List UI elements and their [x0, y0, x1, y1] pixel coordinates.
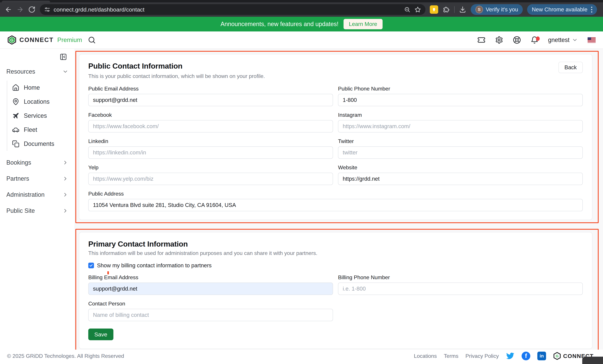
sidebar-item-documents[interactable]: Documents: [7, 137, 75, 151]
sidebar-item-label: Fleet: [24, 126, 37, 133]
back-icon[interactable]: [5, 6, 12, 13]
field-label: Contact Person: [88, 301, 333, 307]
url-bar[interactable]: connect.grdd.net/dashboard/contact: [40, 4, 425, 15]
save-button[interactable]: Save: [88, 329, 113, 340]
sidebar-group-label: Resources: [6, 68, 35, 75]
public-phone-input[interactable]: [338, 94, 583, 106]
contact-person-input[interactable]: [88, 309, 333, 321]
twitter-input[interactable]: [338, 146, 583, 159]
sidebar-item-home[interactable]: Home: [7, 81, 75, 95]
search-icon[interactable]: [88, 36, 96, 44]
svg-text:G: G: [10, 38, 13, 42]
field-instagram: Instagram: [338, 112, 583, 132]
chevron-right-icon: [62, 192, 68, 198]
field-label: Facebook: [88, 112, 333, 118]
forward-icon[interactable]: [16, 6, 24, 13]
sidebar-group-administration[interactable]: Administration: [0, 187, 75, 203]
gear-icon[interactable]: [495, 36, 503, 44]
keep-extension-icon[interactable]: [430, 5, 438, 14]
billing-email-input[interactable]: [88, 283, 333, 295]
billing-visibility-checkbox[interactable]: [88, 263, 94, 268]
sidebar-group-public-site[interactable]: Public Site: [0, 203, 75, 219]
public-contact-card: Public Contact Information This is your …: [79, 54, 592, 220]
connect-logo-icon: G: [7, 35, 16, 44]
plane-icon: [12, 112, 19, 120]
back-button[interactable]: Back: [558, 62, 583, 73]
facebook-icon[interactable]: f: [522, 352, 530, 360]
twitter-icon[interactable]: [506, 352, 515, 360]
help-lifebuoy-icon[interactable]: [513, 36, 521, 44]
menu-dots-icon[interactable]: [591, 7, 592, 12]
sidebar-item-fleet[interactable]: Fleet: [7, 123, 75, 137]
sidebar-group-bookings[interactable]: Bookings: [0, 154, 75, 171]
footer-link-locations[interactable]: Locations: [414, 353, 437, 359]
browser-chrome: connect.grdd.net/dashboard/contact S Ver…: [0, 0, 603, 17]
field-facebook: Facebook: [88, 112, 333, 132]
footer-link-terms[interactable]: Terms: [444, 353, 458, 359]
field-public-phone: Public Phone Number: [338, 86, 583, 106]
field-label: Billing Phone Number: [338, 274, 583, 281]
field-label: Public Address: [88, 191, 583, 197]
brand-logo[interactable]: G CONNECT Premium: [7, 35, 82, 44]
verify-profile-button[interactable]: S Verify it's you: [471, 4, 523, 15]
field-label: Billing Email Address: [88, 274, 333, 281]
website-input[interactable]: [338, 173, 583, 185]
username: gnettest: [548, 36, 569, 44]
user-menu[interactable]: gnettest: [548, 36, 578, 44]
extensions-puzzle-icon[interactable]: [442, 6, 450, 13]
field-billing-phone: Billing Phone Number: [338, 274, 583, 295]
svg-text:G: G: [556, 354, 558, 358]
announcement-banner: Announcements, new features and updates!…: [0, 17, 603, 32]
reload-icon[interactable]: [28, 6, 35, 13]
linkedin-icon[interactable]: in: [537, 352, 546, 360]
billing-phone-input[interactable]: [338, 283, 583, 295]
corner-widget[interactable]: [582, 357, 603, 364]
public-address-input[interactable]: [88, 199, 583, 211]
site-settings-icon[interactable]: [44, 7, 50, 12]
sidebar-item-services[interactable]: Services: [7, 109, 75, 123]
cursor-artifact: [107, 271, 109, 274]
update-label: New Chrome available: [532, 6, 587, 13]
browser-tab[interactable]: [2, 1, 50, 2]
section-subtitle: This is your public contact information,…: [88, 73, 265, 79]
public-email-input[interactable]: [88, 94, 333, 106]
bookmark-star-icon[interactable]: [414, 6, 421, 13]
field-label: Yelp: [88, 165, 333, 171]
chevron-right-icon: [62, 160, 68, 165]
sidebar-group-label: Partners: [6, 175, 29, 182]
linkedin-input[interactable]: [88, 146, 333, 159]
section-title: Primary Contact Information: [88, 240, 583, 248]
field-label: Public Email Address: [88, 86, 333, 92]
learn-more-button[interactable]: Learn More: [344, 19, 383, 29]
field-public-email: Public Email Address: [88, 86, 333, 106]
us-flag-icon[interactable]: [588, 37, 596, 43]
checkbox-label: Show my billing contact information to p…: [97, 262, 211, 269]
copyright-text: © 2025 GRiDD Technologes. All Rights Res…: [7, 353, 124, 359]
url-text[interactable]: connect.grdd.net/dashboard/contact: [54, 6, 145, 13]
sidebar-group-resources[interactable]: Resources: [0, 64, 75, 80]
zoom-out-icon[interactable]: [404, 6, 410, 13]
chrome-update-button[interactable]: New Chrome available: [527, 4, 597, 15]
location-pin-icon: [12, 98, 19, 105]
app-header: G CONNECT Premium gnettest: [0, 32, 603, 49]
notifications-button[interactable]: [531, 36, 538, 44]
home-icon: [12, 84, 19, 91]
sidebar-group-label: Administration: [6, 191, 45, 198]
brand-plan: Premium: [57, 36, 82, 44]
public-contact-section-highlight: Public Contact Information This is your …: [75, 51, 599, 223]
sidebar-item-locations[interactable]: Locations: [7, 95, 75, 109]
footer-link-privacy[interactable]: Privacy Policy: [465, 353, 499, 359]
toolbar-divider: [454, 6, 455, 13]
car-icon: [12, 126, 19, 133]
field-twitter: Twitter: [338, 138, 583, 159]
ticket-icon[interactable]: [477, 36, 486, 44]
panel-collapse-icon[interactable]: [60, 53, 67, 61]
instagram-input[interactable]: [338, 120, 583, 132]
facebook-input[interactable]: [88, 120, 333, 132]
documents-icon: [12, 140, 19, 148]
sidebar-group-partners[interactable]: Partners: [0, 171, 75, 187]
download-icon[interactable]: [459, 6, 466, 13]
verify-label: Verify it's you: [486, 6, 518, 13]
yelp-input[interactable]: [88, 173, 333, 185]
footer: © 2025 GRiDD Technologes. All Rights Res…: [0, 350, 603, 364]
